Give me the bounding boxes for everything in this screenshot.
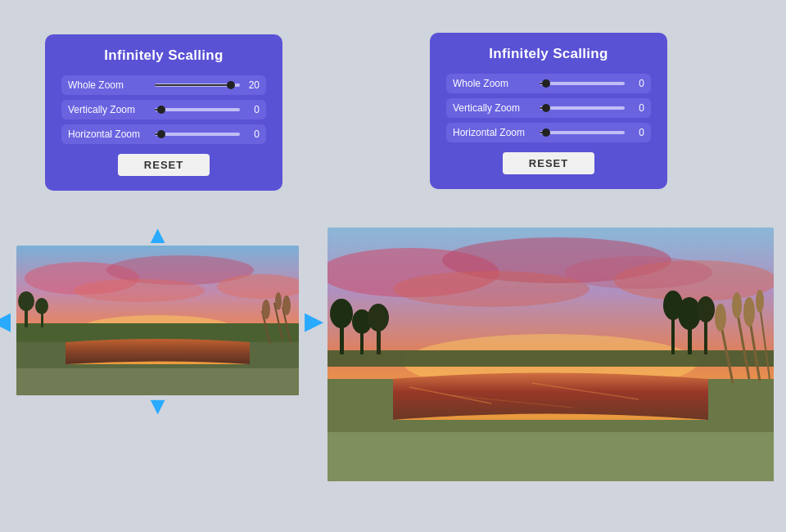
whole-zoom-value-right: 0 (630, 78, 644, 89)
vert-zoom-label-left: Vertically Zoom (68, 104, 150, 115)
whole-zoom-track-right[interactable] (540, 82, 625, 85)
arrow-up-icon: ▲ (146, 223, 170, 247)
svg-rect-52 (328, 432, 774, 481)
svg-point-15 (262, 300, 270, 319)
left-image-wrapper: ▲ ▼ ◀ ▶ (16, 246, 299, 395)
vert-zoom-track-right[interactable] (540, 106, 625, 110)
svg-point-8 (18, 291, 34, 311)
svg-point-40 (697, 296, 715, 322)
horiz-zoom-value-right: 0 (630, 127, 644, 138)
svg-point-4 (74, 279, 205, 302)
svg-point-49 (743, 297, 755, 327)
svg-point-19 (282, 295, 291, 315)
whole-zoom-row-left: Whole Zoom 20 (61, 75, 266, 95)
svg-point-47 (732, 292, 742, 318)
whole-zoom-value-left: 20 (245, 79, 260, 91)
svg-point-10 (35, 298, 48, 314)
vert-zoom-row-right: Vertically Zoom 0 (446, 98, 651, 118)
svg-point-34 (368, 304, 389, 331)
horiz-zoom-track-right[interactable] (540, 131, 625, 134)
svg-point-26 (565, 256, 712, 289)
whole-zoom-track-left[interactable] (155, 83, 240, 87)
whole-zoom-row-right: Whole Zoom 0 (446, 74, 651, 93)
svg-point-17 (275, 292, 282, 310)
reset-button-left[interactable]: RESET (118, 154, 210, 176)
horiz-zoom-row-right: Horizontal Zoom 0 (446, 123, 651, 142)
left-panel-title: Infinitely Scalling (61, 47, 266, 64)
vert-zoom-track-left[interactable] (155, 108, 240, 111)
vert-zoom-row-left: Vertically Zoom 0 (61, 100, 266, 119)
svg-point-30 (330, 299, 353, 328)
arrow-left-icon: ◀ (0, 309, 11, 333)
vert-zoom-value-right: 0 (630, 102, 644, 114)
horiz-zoom-row-left: Horizontal Zoom 0 (61, 124, 266, 144)
arrow-down-icon: ▼ (146, 394, 170, 418)
left-panel: Infinitely Scalling Whole Zoom 20 Vertic… (45, 34, 282, 191)
left-landscape-image (16, 246, 299, 395)
horiz-zoom-label-right: Horizontal Zoom (453, 127, 535, 138)
right-image-wrapper (328, 228, 774, 481)
svg-point-45 (715, 304, 726, 331)
vert-zoom-value-left: 0 (245, 104, 260, 115)
right-panel: Infinitely Scalling Whole Zoom 0 Vertica… (430, 33, 667, 189)
horiz-zoom-value-left: 0 (245, 128, 260, 140)
vert-zoom-label-right: Vertically Zoom (453, 102, 535, 114)
reset-button-right[interactable]: RESET (503, 152, 594, 174)
whole-zoom-label-left: Whole Zoom (68, 79, 150, 91)
horiz-zoom-label-left: Horizontal Zoom (68, 128, 150, 140)
svg-point-51 (756, 290, 764, 313)
arrow-right-icon: ▶ (305, 309, 323, 333)
whole-zoom-label-right: Whole Zoom (453, 78, 535, 89)
svg-point-25 (393, 271, 590, 307)
horiz-zoom-track-left[interactable] (155, 133, 240, 136)
right-landscape-image (328, 228, 774, 481)
right-panel-title: Infinitely Scalling (446, 46, 651, 62)
